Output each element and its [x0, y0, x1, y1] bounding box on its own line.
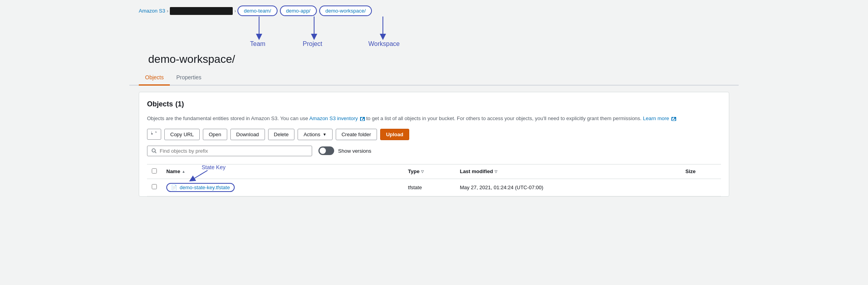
toggle-slider — [318, 146, 334, 155]
page-wrapper: Amazon S3 › › demo-team/ demo-app/ demo-… — [129, 0, 739, 197]
sort-asc-icon: ▲ — [182, 170, 185, 174]
pills-annotation-container: demo-team/ demo-app/ demo-workspace/ Tea… — [237, 5, 372, 16]
main-content: Objects (1) Objects are the fundamental … — [139, 92, 729, 197]
svg-line-7 — [155, 152, 156, 153]
objects-description: Objects are the fundamental entities sto… — [147, 115, 721, 122]
desc-mid: to get a list of all objects in your buc… — [366, 115, 641, 121]
breadcrumb-sep2: › — [234, 8, 236, 14]
versions-toggle-switch[interactable] — [318, 146, 334, 155]
th-name: Name ▲ — [162, 164, 403, 179]
row-checkbox-cell — [147, 179, 162, 196]
col-type-label: Type — [408, 168, 419, 174]
show-versions-label: Show versions — [338, 148, 371, 154]
breadcrumb-s3[interactable]: Amazon S3 — [139, 8, 165, 14]
pill-team[interactable]: demo-team/ — [237, 5, 277, 16]
pills-row: demo-team/ demo-app/ demo-workspace/ — [237, 5, 372, 16]
th-name-sort[interactable]: Name ▲ — [166, 168, 185, 174]
row-checkbox[interactable] — [152, 184, 157, 189]
search-box — [147, 146, 312, 156]
sort-desc-icon-2: ▽ — [495, 170, 497, 174]
objects-heading-row: Objects (1) — [147, 100, 721, 111]
sort-desc-icon: ▽ — [421, 170, 424, 174]
row-size-cell — [680, 179, 721, 196]
actions-button[interactable]: Actions ▼ — [298, 129, 333, 140]
external-link-icon — [360, 117, 365, 121]
svg-text:Workspace: Workspace — [368, 40, 400, 47]
objects-count: (1) — [175, 100, 184, 108]
table-row: 📄 demo-state-key.tfstate State Key — [147, 179, 721, 196]
th-type-sort[interactable]: Type ▽ — [408, 168, 424, 174]
refresh-icon — [151, 132, 157, 137]
th-type: Type ▽ — [403, 164, 455, 179]
search-input[interactable] — [160, 148, 308, 154]
row-lastmod-cell: May 27, 2021, 01:24:24 (UTC-07:00) — [455, 179, 681, 196]
external-link-icon-2 — [671, 117, 676, 121]
actions-label: Actions — [303, 132, 320, 137]
desc-start: Objects are the fundamental entities sto… — [147, 115, 309, 121]
objects-heading: Objects — [147, 100, 173, 108]
tab-objects[interactable]: Objects — [139, 70, 170, 86]
header-area: Amazon S3 › › demo-team/ demo-app/ demo-… — [129, 0, 739, 66]
learn-more-link[interactable]: Learn more — [643, 115, 669, 121]
upload-button[interactable]: Upload — [380, 129, 409, 140]
search-icon — [151, 148, 156, 153]
th-last-modified: Last modified ▽ — [455, 164, 681, 179]
svg-text:Team: Team — [250, 40, 265, 47]
breadcrumb-row: Amazon S3 › › demo-team/ demo-app/ demo-… — [139, 5, 729, 16]
breadcrumb-sep1: › — [167, 8, 168, 14]
refresh-button[interactable] — [147, 129, 161, 140]
circled-filename: 📄 demo-state-key.tfstate — [166, 183, 235, 192]
page-title: demo-workspace/ — [139, 51, 729, 66]
pill-app[interactable]: demo-app/ — [280, 5, 317, 16]
tab-properties[interactable]: Properties — [170, 70, 208, 86]
row-type-cell: tfstate — [403, 179, 455, 196]
download-button[interactable]: Download — [230, 129, 265, 140]
table-header-row: Name ▲ Type ▽ Last modified ▽ — [147, 164, 721, 179]
file-link[interactable]: demo-state-key.tfstate — [180, 185, 230, 190]
th-size: Size — [680, 164, 721, 179]
tabs-row: Objects Properties — [129, 70, 739, 86]
toolbar: Copy URL Open Download Delete Actions ▼ … — [147, 129, 721, 140]
svg-point-6 — [152, 149, 155, 152]
select-all-checkbox[interactable] — [152, 168, 157, 174]
state-key-annotation-wrapper: 📄 demo-state-key.tfstate State Key — [166, 183, 235, 192]
row-name-cell: 📄 demo-state-key.tfstate State Key — [162, 179, 403, 196]
pill-workspace[interactable]: demo-workspace/ — [319, 5, 372, 16]
breadcrumb-bucket — [170, 7, 233, 15]
th-lastmod-sort[interactable]: Last modified ▽ — [460, 168, 498, 174]
create-folder-button[interactable]: Create folder — [336, 129, 377, 140]
col-name-label: Name — [166, 168, 180, 174]
svg-text:Project: Project — [303, 40, 322, 47]
inventory-link[interactable]: Amazon S3 inventory — [309, 115, 358, 121]
open-button[interactable]: Open — [203, 129, 227, 140]
search-row: Show versions — [147, 146, 721, 160]
delete-button[interactable]: Delete — [268, 129, 295, 140]
objects-table: Name ▲ Type ▽ Last modified ▽ — [147, 164, 721, 196]
th-checkbox — [147, 164, 162, 179]
actions-dropdown-icon: ▼ — [323, 132, 327, 137]
file-icon: 📄 — [171, 185, 177, 190]
copy-url-button[interactable]: Copy URL — [164, 129, 200, 140]
col-lastmod-label: Last modified — [460, 168, 493, 174]
show-versions-toggle: Show versions — [318, 146, 371, 155]
